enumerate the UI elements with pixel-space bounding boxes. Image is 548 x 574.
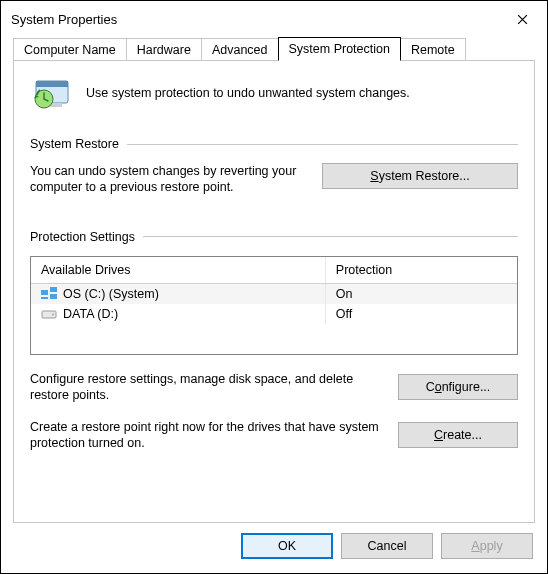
ok-button[interactable]: OK	[241, 533, 333, 559]
create-description: Create a restore point right now for the…	[30, 419, 386, 452]
system-restore-button-rest: ystem Restore...	[379, 169, 470, 183]
col-header-drives[interactable]: Available Drives	[31, 257, 326, 283]
cancel-button[interactable]: Cancel	[341, 533, 433, 559]
drive-protection: On	[326, 284, 517, 304]
drive-name: OS (C:) (System)	[63, 287, 159, 301]
close-button[interactable]	[505, 7, 539, 31]
drive-name: DATA (D:)	[63, 307, 118, 321]
system-protection-icon	[30, 73, 74, 113]
dialog-footer: OK Cancel Apply	[1, 523, 547, 573]
drives-table: Available Drives Protection OS (C:) (Sys…	[30, 256, 518, 355]
svg-rect-6	[50, 287, 57, 292]
restore-description: You can undo system changes by reverting…	[30, 163, 310, 196]
hard-drive-icon	[41, 307, 57, 321]
system-restore-button[interactable]: System Restore...	[322, 163, 518, 189]
svg-rect-7	[50, 294, 57, 299]
table-empty-area	[31, 324, 517, 354]
intro-text: Use system protection to undo unwanted s…	[86, 86, 410, 100]
restore-heading-label: System Restore	[30, 137, 119, 151]
svg-rect-5	[41, 290, 48, 295]
svg-rect-9	[42, 311, 56, 318]
svg-point-10	[52, 313, 54, 315]
settings-heading-label: Protection Settings	[30, 230, 135, 244]
tab-strip: Computer Name Hardware Advanced System P…	[13, 37, 535, 61]
table-row[interactable]: DATA (D:) Off	[31, 304, 517, 324]
tab-remote[interactable]: Remote	[400, 38, 466, 61]
window-title: System Properties	[11, 12, 117, 27]
tab-panel: Use system protection to undo unwanted s…	[13, 60, 535, 523]
drive-protection: Off	[326, 304, 517, 324]
section-heading-settings: Protection Settings	[30, 230, 518, 244]
section-protection-settings: Protection Settings Available Drives Pro…	[30, 230, 518, 452]
apply-button[interactable]: Apply	[441, 533, 533, 559]
section-system-restore: System Restore You can undo system chang…	[30, 137, 518, 196]
table-row[interactable]: OS (C:) (System) On	[31, 284, 517, 304]
configure-button[interactable]: Configure...	[398, 374, 518, 400]
tab-advanced[interactable]: Advanced	[201, 38, 279, 61]
divider	[127, 144, 518, 145]
create-button[interactable]: Create...	[398, 422, 518, 448]
tab-system-protection[interactable]: System Protection	[278, 37, 401, 61]
titlebar: System Properties	[1, 1, 547, 37]
col-header-protection[interactable]: Protection	[326, 257, 517, 283]
system-drive-icon	[41, 287, 57, 301]
table-header: Available Drives Protection	[31, 257, 517, 284]
section-heading-restore: System Restore	[30, 137, 518, 151]
divider	[143, 236, 518, 237]
tab-computer-name[interactable]: Computer Name	[13, 38, 127, 61]
intro-row: Use system protection to undo unwanted s…	[30, 73, 518, 113]
tab-hardware[interactable]: Hardware	[126, 38, 202, 61]
create-row: Create a restore point right now for the…	[30, 419, 518, 452]
configure-description: Configure restore settings, manage disk …	[30, 371, 386, 404]
svg-rect-8	[41, 297, 48, 299]
system-properties-window: System Properties Computer Name Hardware…	[0, 0, 548, 574]
svg-rect-1	[36, 81, 68, 87]
configure-row: Configure restore settings, manage disk …	[30, 371, 518, 404]
close-icon	[517, 14, 528, 25]
